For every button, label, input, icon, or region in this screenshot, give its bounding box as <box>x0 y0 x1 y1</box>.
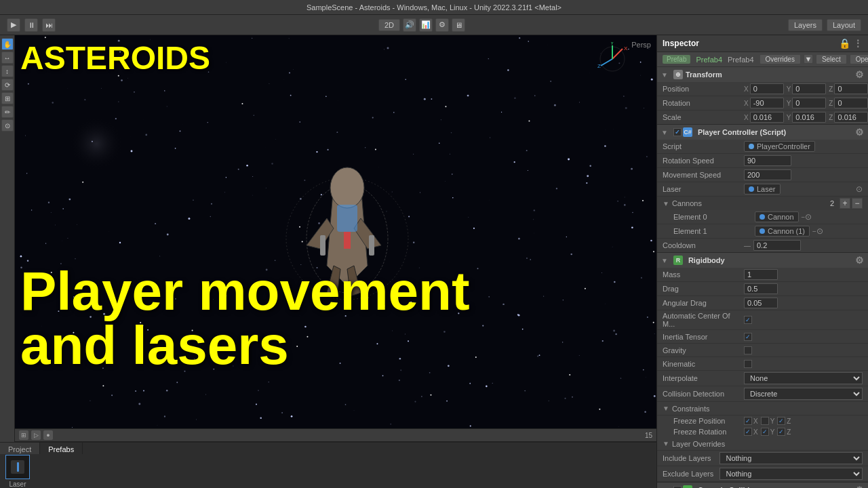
open-button[interactable]: Open <box>850 54 868 64</box>
position-y-input[interactable] <box>792 83 826 94</box>
custom-tool[interactable]: ⊙ <box>1 119 14 131</box>
rigidbody-header[interactable]: ▼ R Rigidbody ⚙ <box>657 253 868 268</box>
freeze-pos-y-checkbox[interactable] <box>761 417 769 425</box>
mass-input[interactable] <box>744 269 778 280</box>
viewport-frame-count: 15 <box>645 432 652 439</box>
position-y-group: Y <box>787 83 827 94</box>
gizmos-button[interactable]: ⚙ <box>435 18 449 32</box>
interpolate-select[interactable]: None Interpolate Extrapolate <box>744 372 863 384</box>
rotation-y-group: Y <box>787 98 827 108</box>
play-button[interactable]: ▶ <box>7 18 20 32</box>
scale-y-input[interactable] <box>792 112 826 123</box>
player-controller-header[interactable]: ▼ C# Player Controller (Script) ⚙ <box>657 125 868 140</box>
position-y-key: Y <box>787 85 791 93</box>
rotation-z-input[interactable] <box>834 98 868 108</box>
audio-button[interactable]: 🔊 <box>403 18 416 32</box>
drag-input[interactable] <box>744 283 778 294</box>
angular-drag-input[interactable] <box>744 298 778 308</box>
freeze-position-checks: X Y Z <box>744 417 791 425</box>
transform-tool[interactable]: ✏ <box>1 106 14 118</box>
scale-tool[interactable]: ⟳ <box>1 79 14 91</box>
rigidbody-icon: R <box>673 256 683 265</box>
scale-x-input[interactable] <box>750 112 784 123</box>
capsule-collider-header[interactable]: ▼ C Capsule Collider ⚙ <box>657 483 868 488</box>
gravity-checkbox[interactable] <box>744 346 752 354</box>
freeze-pos-y-label: Y <box>770 418 775 425</box>
gravity-row: Gravity <box>657 344 868 357</box>
element1-ref[interactable]: Cannon (1) <box>755 226 810 237</box>
svg-rect-12 <box>320 235 326 256</box>
viewport-icon-3[interactable]: ● <box>43 430 53 440</box>
exclude-layers-select[interactable]: Nothing Everything <box>719 468 863 480</box>
kinematic-checkbox[interactable] <box>744 360 752 368</box>
laser-label: Laser <box>663 185 744 193</box>
inspector-menu-icon[interactable]: ⋮ <box>853 38 863 49</box>
view-mode-2d[interactable]: 2D <box>378 19 400 31</box>
svg-rect-10 <box>337 205 357 232</box>
prefab-tag[interactable]: Prefab <box>663 55 690 64</box>
prefab-actions: Overrides ▼ Select Open <box>760 54 868 64</box>
scale-label: Scale <box>663 113 744 121</box>
movement-speed-input[interactable] <box>744 169 791 180</box>
element0-settings-icon[interactable]: ⊙ <box>805 212 812 222</box>
angular-drag-label: Angular Drag <box>663 299 744 307</box>
display-button[interactable]: 🖥 <box>452 18 465 32</box>
capsule-collider-settings-icon[interactable]: ⚙ <box>855 485 864 488</box>
layers-button[interactable]: Layers <box>788 19 823 31</box>
include-layers-select[interactable]: Nothing Everything <box>719 452 863 464</box>
stats-button[interactable]: 📊 <box>419 18 433 32</box>
laser-settings-icon[interactable]: ⊙ <box>856 184 863 194</box>
rotation-x-input[interactable] <box>750 98 784 108</box>
inspector-lock-icon[interactable]: 🔒 <box>839 38 850 49</box>
rotation-speed-input[interactable] <box>744 155 791 166</box>
layout-button[interactable]: Layout <box>827 19 861 31</box>
inertia-checkbox[interactable] <box>744 333 752 341</box>
position-x-input[interactable] <box>750 83 784 94</box>
toolbar-center: 2D 🔊 📊 ⚙ 🖥 <box>378 18 465 32</box>
transform-section: ▼ ⊕ Transform ⚙ Position X Y Z <box>657 67 868 125</box>
pause-button[interactable]: ⏸ <box>24 18 38 32</box>
laser-ref[interactable]: Laser <box>744 184 781 195</box>
auto-mass-checkbox[interactable] <box>744 316 752 324</box>
overrides-button[interactable]: Overrides <box>760 54 801 64</box>
transform-section-header[interactable]: ▼ ⊕ Transform ⚙ <box>657 67 868 82</box>
movement-speed-label: Movement Speed <box>663 171 744 179</box>
freeze-pos-x-checkbox[interactable] <box>744 417 752 425</box>
select-button[interactable]: Select <box>816 54 847 64</box>
collision-detection-select[interactable]: Discrete Continuous Continuous Dynamic <box>744 388 863 400</box>
rotation-y-input[interactable] <box>792 98 826 108</box>
freeze-rot-x-checkbox[interactable] <box>744 428 752 436</box>
position-z-key: Z <box>829 85 833 93</box>
cannons-remove-button[interactable]: − <box>852 198 863 209</box>
viewport-icon-2[interactable]: ▷ <box>31 430 41 440</box>
scale-z-key: Z <box>829 114 833 121</box>
player-controller-enabled[interactable] <box>673 128 682 136</box>
position-z-input[interactable] <box>834 83 868 94</box>
scale-z-input[interactable] <box>834 112 868 123</box>
overrides-dropdown-icon[interactable]: ▼ <box>804 54 813 64</box>
freeze-pos-z-checkbox[interactable] <box>777 417 785 425</box>
asset-laser[interactable]: Laser <box>5 455 30 488</box>
include-layers-label: Include Layers <box>663 454 719 462</box>
move-tool[interactable]: ↔ <box>1 52 14 64</box>
player-controller-settings-icon[interactable]: ⚙ <box>855 127 864 138</box>
rigidbody-settings-icon[interactable]: ⚙ <box>855 255 864 266</box>
hand-tool[interactable]: ✋ <box>1 38 14 50</box>
cannons-add-button[interactable]: + <box>840 198 850 209</box>
rect-tool[interactable]: ⊞ <box>1 92 14 104</box>
freeze-rot-z-checkbox[interactable] <box>777 428 785 436</box>
element1-settings-icon[interactable]: ⊙ <box>816 226 823 236</box>
script-ref[interactable]: PlayerController <box>744 141 815 152</box>
transform-settings-icon[interactable]: ⚙ <box>855 69 864 80</box>
element0-ref[interactable]: Cannon <box>755 211 799 222</box>
cooldown-input[interactable] <box>753 240 801 251</box>
step-button[interactable]: ⏭ <box>42 18 56 32</box>
rotate-tool[interactable]: ↕ <box>1 65 14 77</box>
viewport-icon-1[interactable]: ⊞ <box>19 430 28 440</box>
angular-drag-row: Angular Drag <box>657 296 868 310</box>
freeze-rot-y-checkbox[interactable] <box>761 428 769 436</box>
scale-x-group: X <box>744 112 784 123</box>
kinematic-label: Kinematic <box>663 360 744 368</box>
element1-value: Cannon (1) <box>768 227 805 235</box>
laser-row: Laser Laser ⊙ <box>657 182 868 197</box>
